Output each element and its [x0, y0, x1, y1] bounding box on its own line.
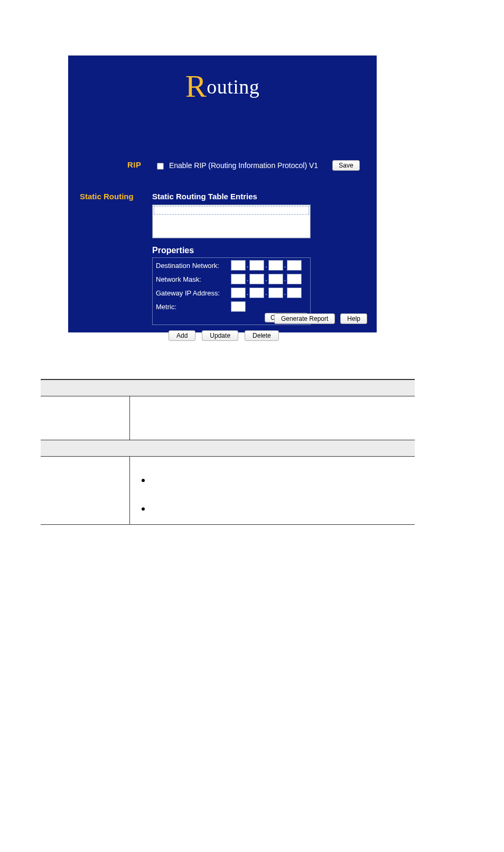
table-row	[41, 456, 415, 525]
gateway-label: Gateway IP Address:	[156, 289, 231, 297]
title-accent-letter: R	[185, 69, 207, 104]
bullet-icon	[142, 479, 145, 482]
destination-octet-1[interactable]	[231, 260, 246, 271]
rip-checkbox-wrap[interactable]: Enable RIP (Routing Information Protocol…	[155, 161, 318, 171]
destination-octet-2[interactable]	[249, 260, 264, 271]
mask-octet-4[interactable]	[287, 274, 302, 284]
page-title: Routing	[68, 65, 377, 101]
properties-heading: Properties	[152, 246, 194, 255]
destination-label: Destination Network:	[156, 262, 231, 270]
save-button[interactable]: Save	[332, 160, 360, 171]
title-rest: outing	[207, 76, 259, 98]
table-row	[41, 396, 415, 440]
routing-entries-listbox[interactable]	[152, 205, 311, 238]
row-destination: Destination Network: . . .	[156, 260, 307, 271]
destination-octet-3[interactable]	[268, 260, 283, 271]
row-mask: Network Mask: . . .	[156, 274, 307, 284]
row-gateway: Gateway IP Address: . . .	[156, 288, 307, 298]
mask-label: Network Mask:	[156, 275, 231, 283]
bullet-icon	[142, 507, 145, 511]
gateway-octet-2[interactable]	[249, 288, 264, 298]
mask-octet-1[interactable]	[231, 274, 246, 284]
rip-checkbox-label: Enable RIP (Routing Information Protocol…	[169, 161, 318, 170]
gateway-octet-3[interactable]	[268, 288, 283, 298]
crud-button-row: Add Update Delete	[169, 330, 279, 341]
router-panel: Routing RIP Enable RIP (Routing Informat…	[68, 55, 377, 332]
description-table	[41, 379, 415, 525]
table-header-band-1	[41, 379, 415, 396]
update-button[interactable]: Update	[202, 330, 238, 341]
rip-checkbox[interactable]	[157, 163, 164, 170]
static-table-heading: Static Routing Table Entries	[152, 192, 257, 201]
mask-octet-2[interactable]	[249, 274, 264, 284]
generate-report-button[interactable]: Generate Report	[274, 313, 335, 324]
table-cell-right	[130, 457, 415, 524]
add-button[interactable]: Add	[169, 330, 195, 341]
rip-label: RIP	[127, 160, 142, 169]
metric-input[interactable]	[231, 301, 246, 312]
destination-octet-4[interactable]	[287, 260, 302, 271]
footer-button-row: Generate Report Help	[274, 313, 367, 324]
static-routing-label: Static Routing	[80, 192, 134, 201]
mask-octet-3[interactable]	[268, 274, 283, 284]
rip-row: RIP Enable RIP (Routing Information Prot…	[68, 160, 377, 176]
table-cell-left	[41, 396, 130, 440]
table-header-band-2	[41, 440, 415, 456]
gateway-octet-4[interactable]	[287, 288, 302, 298]
table-cell-left	[41, 457, 130, 524]
metric-label: Metric:	[156, 303, 231, 311]
delete-button[interactable]: Delete	[245, 330, 279, 341]
row-metric: Metric:	[156, 301, 307, 312]
gateway-octet-1[interactable]	[231, 288, 246, 298]
help-button[interactable]: Help	[340, 313, 367, 324]
